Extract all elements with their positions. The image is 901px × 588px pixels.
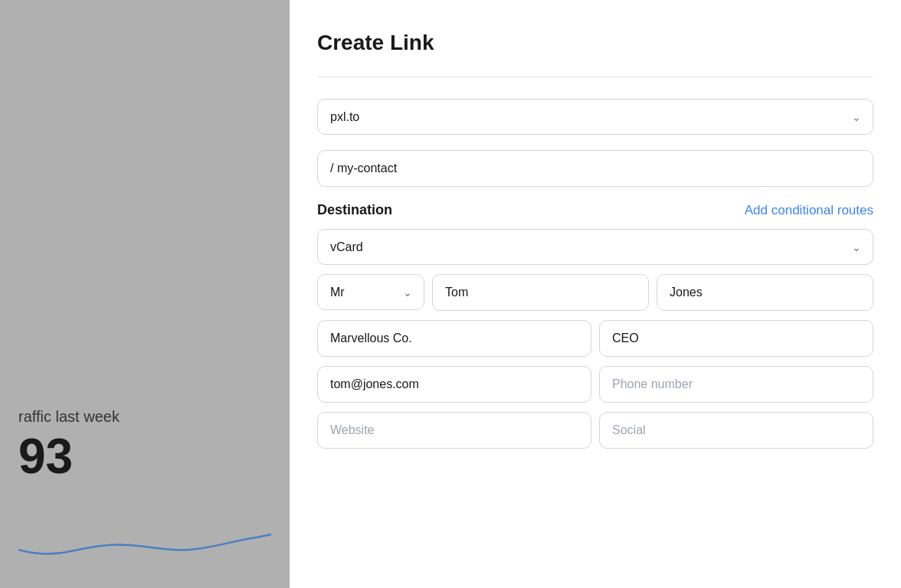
destination-header: Destination Add conditional routes (317, 202, 873, 218)
traffic-chart (18, 511, 271, 573)
divider (317, 77, 873, 77)
domain-select-wrapper[interactable]: pxl.to pxl.link custom.com ⌄ (317, 99, 873, 135)
title-select[interactable]: Mr Mrs Ms Dr Prof (317, 274, 424, 310)
website-social-row (317, 412, 873, 449)
title-select-wrapper[interactable]: Mr Mrs Ms Dr Prof ⌄ (317, 274, 424, 311)
page-title: Create Link (317, 31, 873, 55)
traffic-label: raffic last week (18, 408, 271, 426)
destination-type-select[interactable]: vCard URL Email Phone (317, 229, 873, 265)
destination-label: Destination (317, 202, 392, 218)
slug-group (317, 150, 873, 187)
email-phone-row (317, 366, 873, 403)
last-name-field (657, 274, 873, 311)
first-name-input[interactable] (432, 274, 649, 311)
right-panel: Create Link pxl.to pxl.link custom.com ⌄… (290, 0, 901, 588)
domain-group: pxl.to pxl.link custom.com ⌄ (317, 99, 873, 135)
left-panel: raffic last week 93 (0, 0, 290, 588)
destination-type-group: vCard URL Email Phone ⌄ (317, 229, 873, 265)
company-job-row (317, 320, 873, 357)
domain-select[interactable]: pxl.to pxl.link custom.com (317, 99, 873, 135)
slug-input[interactable] (317, 150, 873, 187)
email-input[interactable] (317, 366, 591, 403)
website-input[interactable] (317, 412, 591, 449)
add-conditional-routes-link[interactable]: Add conditional routes (745, 203, 873, 218)
destination-type-select-wrapper[interactable]: vCard URL Email Phone ⌄ (317, 229, 873, 265)
phone-input[interactable] (599, 366, 873, 403)
first-name-field (432, 274, 649, 311)
chart-area (18, 511, 271, 573)
name-row: Mr Mrs Ms Dr Prof ⌄ (317, 274, 873, 311)
job-title-input[interactable] (599, 320, 873, 357)
company-input[interactable] (317, 320, 591, 357)
last-name-input[interactable] (657, 274, 873, 311)
social-input[interactable] (599, 412, 873, 449)
traffic-number: 93 (18, 432, 271, 481)
